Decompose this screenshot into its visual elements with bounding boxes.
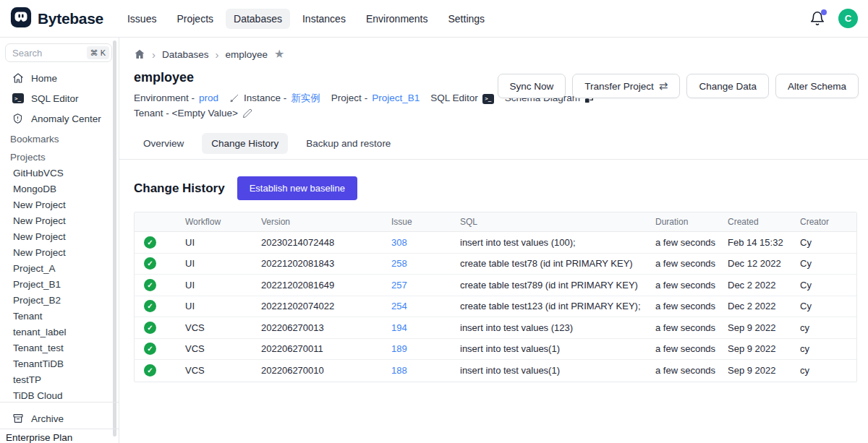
sidebar-item-label: Anomaly Center xyxy=(31,113,101,124)
sync-now-button[interactable]: Sync Now xyxy=(498,74,566,98)
success-check-icon: ✓ xyxy=(144,343,156,355)
table-row[interactable]: ✓ UI 20230214072448 308 insert into test… xyxy=(135,232,856,254)
change-history-table: Workflow Version Issue SQL Duration Crea… xyxy=(134,212,857,382)
sidebar-project-item[interactable]: GitHubVCS xyxy=(0,165,119,181)
sidebar-project-item[interactable]: Project_A xyxy=(0,260,119,276)
tab-backup-and-restore[interactable]: Backup and restore xyxy=(297,133,400,154)
table-row[interactable]: ✓ VCS 202206270011 189 insert into test … xyxy=(135,339,856,361)
workflow-cell: VCS xyxy=(174,365,250,376)
issue-cell: 308 xyxy=(380,237,449,248)
success-check-icon: ✓ xyxy=(144,300,156,312)
main-navigation: Issues Projects Databases Instances Envi… xyxy=(119,9,493,29)
table-row[interactable]: ✓ UI 20221202081843 258 create table tes… xyxy=(135,254,856,275)
user-avatar[interactable]: C xyxy=(838,9,858,28)
topbar-right: C xyxy=(809,9,858,28)
workflow-cell: UI xyxy=(174,280,250,291)
main-content: › Databases › employee ★ employee Enviro… xyxy=(119,38,868,443)
workflow-cell: VCS xyxy=(174,343,250,354)
issue-link[interactable]: 254 xyxy=(391,301,407,311)
nav-issues[interactable]: Issues xyxy=(119,9,164,29)
sql-editor-shortcut[interactable]: SQL Editor >_ xyxy=(430,92,494,104)
created-cell: Dec 2 2022 xyxy=(717,301,789,311)
sidebar-project-item[interactable]: TiDB Cloud xyxy=(0,387,119,403)
nav-environments[interactable]: Environments xyxy=(358,9,436,29)
tab-change-history[interactable]: Change History xyxy=(202,133,288,154)
terminal-icon: >_ xyxy=(482,92,494,104)
creator-cell: Cy xyxy=(789,237,856,248)
sidebar-project-item[interactable]: Project_B2 xyxy=(0,292,119,308)
sidebar-project-item[interactable]: tenant_label xyxy=(0,324,119,340)
sidebar-item-sql-editor[interactable]: >_ SQL Editor xyxy=(0,88,119,108)
sidebar-project-item[interactable]: testTP xyxy=(0,371,119,387)
duration-cell: a few seconds xyxy=(644,280,717,291)
duration-cell: a few seconds xyxy=(644,301,717,311)
sidebar-project-item[interactable]: New Project xyxy=(0,212,119,228)
favorite-star-icon[interactable]: ★ xyxy=(274,48,284,60)
workflow-cell: UI xyxy=(174,301,250,311)
instance-meta: Instance - 新实例 xyxy=(229,92,320,105)
issue-cell: 188 xyxy=(380,365,449,376)
table-row[interactable]: ✓ VCS 202206270010 188 insert into test … xyxy=(135,360,856,382)
nav-settings[interactable]: Settings xyxy=(441,9,493,29)
issue-link[interactable]: 194 xyxy=(391,322,407,333)
transfer-arrows-icon: ⇄ xyxy=(659,79,668,93)
sidebar-project-item[interactable]: TenantTiDB xyxy=(0,356,119,371)
status-cell: ✓ xyxy=(135,343,174,355)
issue-link[interactable]: 308 xyxy=(391,237,407,248)
archive-icon xyxy=(12,413,24,424)
table-header-row: Workflow Version Issue SQL Duration Crea… xyxy=(135,212,856,232)
tab-divider xyxy=(119,159,868,160)
sidebar-project-item[interactable]: Tenant_test xyxy=(0,340,119,356)
workflow-cell: VCS xyxy=(174,322,250,333)
tab-overview[interactable]: Overview xyxy=(134,133,193,154)
status-cell: ✓ xyxy=(135,236,174,249)
sidebar-item-anomaly-center[interactable]: Anomaly Center xyxy=(0,108,119,129)
brand-logo[interactable]: Bytebase xyxy=(10,7,103,31)
issue-cell: 194 xyxy=(380,322,449,333)
sidebar-scrollbar[interactable] xyxy=(113,40,116,436)
status-cell: ✓ xyxy=(135,300,174,312)
nav-databases[interactable]: Databases xyxy=(226,9,290,29)
success-check-icon: ✓ xyxy=(144,279,156,291)
creator-cell: Cy xyxy=(789,258,856,269)
project-link[interactable]: Project_B1 xyxy=(372,93,420,103)
issue-link[interactable]: 257 xyxy=(391,280,407,291)
sidebar-item-archive[interactable]: Archive xyxy=(0,408,119,429)
breadcrumb-databases[interactable]: Databases xyxy=(162,49,209,60)
breadcrumb-home-icon[interactable] xyxy=(134,48,145,60)
notification-bell-icon[interactable] xyxy=(809,11,825,27)
sidebar-project-item[interactable]: Project_B1 xyxy=(0,276,119,292)
status-cell: ✓ xyxy=(135,257,174,270)
transfer-project-button[interactable]: Transfer Project ⇄ xyxy=(572,74,680,98)
sidebar-project-item[interactable]: Tenant xyxy=(0,308,119,324)
created-cell: Sep 9 2022 xyxy=(717,343,789,354)
sql-cell: insert into test values (123) xyxy=(449,322,644,333)
bytebase-logo-icon xyxy=(10,7,32,31)
nav-instances[interactable]: Instances xyxy=(294,9,354,29)
issue-link[interactable]: 189 xyxy=(391,343,407,354)
issue-link[interactable]: 188 xyxy=(391,365,407,376)
version-cell: 20221202081843 xyxy=(250,258,380,269)
sidebar-project-item[interactable]: MongoDB xyxy=(0,181,119,197)
database-tabs: Overview Change History Backup and resto… xyxy=(134,133,859,154)
instance-link[interactable]: 新实例 xyxy=(291,92,320,105)
nav-projects[interactable]: Projects xyxy=(169,9,221,29)
establish-baseline-button[interactable]: Establish new baseline xyxy=(237,176,357,200)
sidebar-project-item[interactable]: New Project xyxy=(0,197,119,212)
table-row[interactable]: ✓ UI 20221202074022 254 create table tes… xyxy=(135,296,856,318)
sidebar-item-label: Archive xyxy=(31,413,64,424)
issue-link[interactable]: 258 xyxy=(391,258,407,269)
change-history-section-head: Change History Establish new baseline xyxy=(134,176,859,200)
sidebar-project-item[interactable]: New Project xyxy=(0,228,119,244)
table-row[interactable]: ✓ UI 20221202081649 257 create table tes… xyxy=(135,275,856,296)
change-data-button[interactable]: Change Data xyxy=(686,74,769,98)
alter-schema-button[interactable]: Alter Schema xyxy=(775,74,859,98)
table-row[interactable]: ✓ VCS 202206270013 194 insert into test … xyxy=(135,317,856,339)
sql-cell: insert into test values(1) xyxy=(449,343,644,354)
environment-link[interactable]: prod xyxy=(199,93,218,103)
sidebar-project-item[interactable]: New Project xyxy=(0,244,119,260)
sql-cell: insert into test values(1) xyxy=(449,365,644,376)
success-check-icon: ✓ xyxy=(144,364,156,377)
sidebar-item-home[interactable]: Home xyxy=(0,68,119,88)
edit-pencil-icon[interactable] xyxy=(242,108,252,119)
